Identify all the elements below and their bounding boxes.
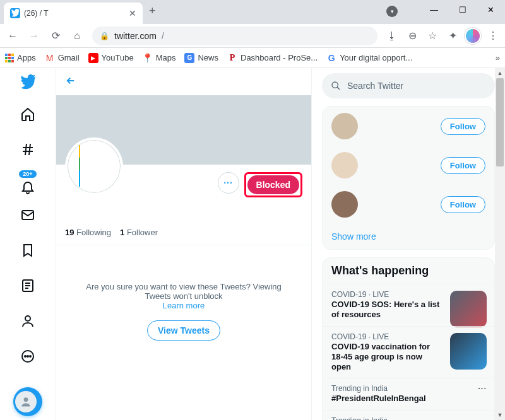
user-avatar	[331, 152, 358, 178]
profile-avatar[interactable]	[65, 137, 123, 195]
nav-messages-icon[interactable]	[13, 201, 42, 230]
trend-thumbnail	[450, 333, 487, 370]
bookmark-google[interactable]: GYour digital opport...	[326, 53, 412, 63]
profile-stats: 19 Following 1 Follower	[56, 197, 311, 245]
who-to-follow-panel: Follow Follow Follow Show more	[322, 106, 495, 250]
follow-button[interactable]: Follow	[441, 118, 485, 135]
browser-toolbar: ← → ⟳ ⌂ 🔒 twitter.com/ ⭳ ⊖ ☆ ✦ ⋮	[0, 24, 505, 48]
window-minimize-button[interactable]: —	[420, 0, 448, 19]
trend-thumbnail	[450, 291, 487, 327]
blocked-button[interactable]: Blocked	[247, 175, 299, 194]
address-bar[interactable]: 🔒 twitter.com/	[92, 26, 377, 45]
account-switcher-avatar[interactable]	[15, 391, 37, 412]
follow-button[interactable]: Follow	[441, 196, 485, 213]
nav-forward-button: →	[25, 27, 43, 45]
lock-icon: 🔒	[100, 32, 109, 40]
scroll-down-arrow-icon[interactable]: ▼	[495, 410, 505, 420]
follow-button[interactable]: Follow	[441, 157, 485, 174]
nav-back-button[interactable]: ←	[4, 27, 21, 45]
trend-item[interactable]: COVID-19 · LIVE COVID-19 SOS: Here's a l…	[323, 284, 494, 326]
browser-tab[interactable]: (26) / T ✕	[4, 3, 143, 24]
bookmark-maps[interactable]: 📍Maps	[143, 53, 176, 63]
trend-more-icon[interactable]: ···	[478, 383, 487, 393]
profile-more-button[interactable]: ···	[218, 172, 239, 194]
trend-more-icon[interactable]: ···	[478, 416, 487, 421]
bookmark-star-icon[interactable]: ☆	[424, 30, 441, 42]
apps-grid-icon	[5, 54, 14, 62]
nav-reload-button[interactable]: ⟳	[47, 27, 64, 45]
notification-badge: 20+	[19, 170, 36, 178]
svg-point-2	[25, 316, 30, 321]
svg-point-8	[24, 397, 28, 402]
profile-main-column: ··· Blocked 19 Following 1 Follower Are …	[56, 68, 312, 420]
window-titlebar: (26) / T ✕ + — ☐ ✕	[0, 0, 505, 24]
back-arrow-icon[interactable]	[65, 75, 76, 89]
browser-profile-avatar[interactable]	[465, 28, 481, 44]
svg-point-7	[332, 82, 338, 88]
bookmarks-overflow-icon[interactable]: »	[496, 53, 500, 62]
twitter-sidebar: 20+	[0, 68, 56, 420]
nav-lists-icon[interactable]	[13, 271, 42, 300]
user-avatar	[331, 113, 358, 139]
bookmark-pinterest[interactable]: PDashboard - ProSe...	[227, 53, 318, 63]
page-scrollbar[interactable]: ▲ ▼	[495, 68, 505, 420]
bookmark-news[interactable]: GNews	[184, 53, 218, 63]
install-app-icon[interactable]: ⭳	[384, 30, 400, 42]
url-path: /	[162, 31, 164, 41]
window-close-button[interactable]: ✕	[477, 0, 505, 19]
svg-point-5	[27, 356, 28, 357]
profile-back-bar	[56, 68, 311, 95]
search-twitter-input[interactable]: Search Twitter	[322, 73, 495, 98]
trend-item[interactable]: COVID-19 · LIVE COVID-19 vaccination for…	[323, 326, 494, 378]
following-stat[interactable]: 19 Following	[65, 228, 111, 237]
youtube-icon: ▶	[88, 53, 98, 63]
trend-item[interactable]: Trending in India #CancelIPL Trending wi…	[323, 410, 494, 421]
nav-more-icon[interactable]	[13, 342, 42, 371]
suggested-user-row[interactable]: Follow	[323, 185, 494, 224]
browser-menu-icon[interactable]: ⋮	[485, 30, 501, 42]
whats-happening-panel: What's happening COVID-19 · LIVE COVID-1…	[322, 257, 495, 420]
pinterest-icon: P	[227, 53, 237, 63]
zoom-icon[interactable]: ⊖	[404, 30, 420, 42]
tab-close-icon[interactable]: ✕	[129, 8, 136, 18]
search-icon	[331, 81, 341, 91]
url-host: twitter.com	[114, 31, 157, 41]
nav-explore-icon[interactable]	[13, 135, 42, 164]
google-icon: G	[326, 53, 336, 63]
profile-indicator-icon[interactable]	[386, 6, 398, 17]
right-sidebar: Search Twitter Follow Follow Follow Show…	[312, 68, 495, 420]
nav-profile-icon[interactable]	[13, 306, 42, 335]
maps-pin-icon: 📍	[143, 53, 153, 63]
view-tweets-button[interactable]: View Tweets	[147, 320, 220, 341]
twitter-favicon	[10, 8, 20, 18]
bookmark-gmail[interactable]: MGmail	[45, 53, 80, 63]
scrollbar-thumb[interactable]	[496, 78, 504, 166]
gmail-icon: M	[45, 53, 55, 63]
suggested-user-row[interactable]: Follow	[323, 146, 494, 185]
svg-point-4	[25, 356, 26, 357]
window-maximize-button[interactable]: ☐	[448, 0, 477, 19]
svg-point-6	[30, 356, 31, 357]
tab-title: (26) / T	[24, 9, 48, 18]
nav-home-button[interactable]: ⌂	[68, 27, 86, 45]
extensions-icon[interactable]: ✦	[444, 30, 461, 42]
bookmark-apps[interactable]: Apps	[5, 53, 36, 62]
twitter-logo-icon[interactable]	[20, 74, 36, 93]
blocked-highlight: Blocked	[244, 172, 302, 197]
whats-happening-heading: What's happening	[323, 258, 494, 284]
nav-bookmarks-icon[interactable]	[13, 236, 42, 265]
suggested-user-row[interactable]: Follow	[323, 107, 494, 146]
trend-item[interactable]: Trending in India #PresidentRuleInBengal…	[323, 378, 494, 409]
followers-stat[interactable]: 1 Follower	[120, 228, 158, 237]
learn-more-link[interactable]: Learn more	[163, 301, 205, 310]
show-more-link[interactable]: Show more	[323, 224, 494, 249]
news-icon: G	[184, 53, 194, 63]
bookmark-youtube[interactable]: ▶YouTube	[88, 53, 134, 63]
new-tab-button[interactable]: +	[149, 4, 156, 20]
bookmarks-bar: Apps MGmail ▶YouTube 📍Maps GNews PDashbo…	[0, 48, 505, 68]
scroll-up-arrow-icon[interactable]: ▲	[495, 68, 505, 78]
nav-home-icon[interactable]	[13, 100, 42, 129]
blocked-confirm-text: Are you sure you want to view these Twee…	[56, 245, 311, 341]
user-avatar	[331, 191, 358, 218]
nav-notifications-icon[interactable]: 20+	[13, 170, 42, 194]
